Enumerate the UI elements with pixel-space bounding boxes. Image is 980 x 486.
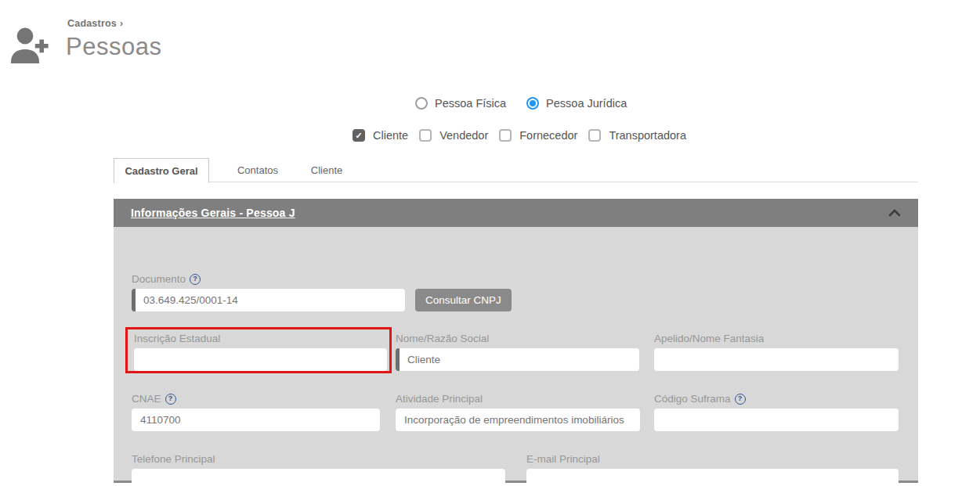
help-icon[interactable]: ? <box>165 394 176 405</box>
page-header: Cadastros› Pessoas <box>0 0 980 78</box>
panel-title: Informações Gerais - Pessoa J <box>131 207 295 219</box>
checkbox-label: Transportadora <box>609 129 686 142</box>
breadcrumb-chevron-icon: › <box>120 18 123 29</box>
tab-contatos[interactable]: Contatos <box>223 158 292 182</box>
radio-pessoa-fisica[interactable]: Pessoa Física <box>415 97 506 110</box>
cnae-label: CNAE ? <box>132 393 176 405</box>
apelido-nome-fantasia-label: Apelido/Nome Fantasia <box>654 333 764 344</box>
checkbox-cliente[interactable]: ✓ Cliente <box>353 129 408 142</box>
checkbox-label: Fornecedor <box>519 129 577 142</box>
documento-label: Documento ? <box>132 273 201 285</box>
telefone-principal-input[interactable] <box>132 469 505 486</box>
checkbox-label: Cliente <box>373 129 408 142</box>
tab-cliente[interactable]: Cliente <box>292 158 361 182</box>
radio-unselected-icon[interactable] <box>415 97 428 110</box>
checkbox-vendedor[interactable]: Vendedor <box>419 129 488 142</box>
codigo-suframa-label: Código Suframa ? <box>654 393 746 405</box>
consultar-cnpj-button[interactable]: Consultar CNPJ <box>415 289 512 311</box>
documento-input[interactable] <box>132 289 405 311</box>
breadcrumb-label[interactable]: Cadastros <box>67 18 117 29</box>
help-icon[interactable]: ? <box>735 394 746 405</box>
checkbox-transportadora[interactable]: Transportadora <box>588 129 686 142</box>
radio-label: Pessoa Jurídica <box>546 97 627 110</box>
tab-bar: Cadastro Geral Contatos Cliente <box>114 158 918 182</box>
breadcrumb[interactable]: Cadastros› <box>67 18 123 29</box>
cnae-label-text: CNAE <box>132 393 161 405</box>
telefone-principal-label: Telefone Principal <box>132 453 215 465</box>
checkbox-fornecedor[interactable]: Fornecedor <box>499 129 577 142</box>
person-add-icon <box>8 23 52 67</box>
checkbox-label: Vendedor <box>439 129 488 142</box>
pessoas-page: Cadastros› Pessoas Pessoa Física Pessoa … <box>0 0 980 486</box>
radio-label: Pessoa Física <box>435 97 506 110</box>
email-principal-input[interactable] <box>526 469 899 486</box>
checkbox-unchecked-icon[interactable] <box>419 129 432 142</box>
cnae-input[interactable] <box>132 409 380 431</box>
panel-body: Documento ? Consultar CNPJ Inscrição Est… <box>114 227 918 483</box>
atividade-principal-label: Atividade Principal <box>396 393 483 405</box>
documento-label-text: Documento <box>132 273 186 285</box>
inscricao-estadual-label: Inscrição Estadual <box>134 333 220 344</box>
page-title: Pessoas <box>66 33 161 61</box>
roles-checkbox-group: ✓ Cliente Vendedor Fornecedor Transporta… <box>353 129 686 142</box>
apelido-nome-fantasia-input[interactable] <box>654 348 899 371</box>
radio-pessoa-juridica[interactable]: Pessoa Jurídica <box>526 97 627 110</box>
email-principal-label: E-mail Principal <box>526 453 600 465</box>
chevron-up-icon[interactable] <box>888 209 901 217</box>
nome-razao-social-input[interactable] <box>396 348 639 371</box>
tab-cadastro-geral[interactable]: Cadastro Geral <box>114 158 209 183</box>
informacoes-gerais-panel: Informações Gerais - Pessoa J Documento … <box>114 199 918 483</box>
checkbox-unchecked-icon[interactable] <box>499 129 512 142</box>
checkbox-unchecked-icon[interactable] <box>588 129 601 142</box>
radio-selected-icon[interactable] <box>526 97 539 110</box>
panel-header[interactable]: Informações Gerais - Pessoa J <box>114 199 918 227</box>
codigo-suframa-input[interactable] <box>654 409 899 431</box>
codigo-suframa-label-text: Código Suframa <box>654 393 731 405</box>
person-type-radio-group: Pessoa Física Pessoa Jurídica <box>415 97 627 110</box>
inscricao-estadual-input[interactable] <box>134 348 387 371</box>
checkbox-checked-icon[interactable]: ✓ <box>353 129 365 142</box>
nome-razao-social-label: Nome/Razão Social <box>396 333 489 344</box>
atividade-principal-input[interactable] <box>396 409 640 431</box>
help-icon[interactable]: ? <box>190 274 201 285</box>
